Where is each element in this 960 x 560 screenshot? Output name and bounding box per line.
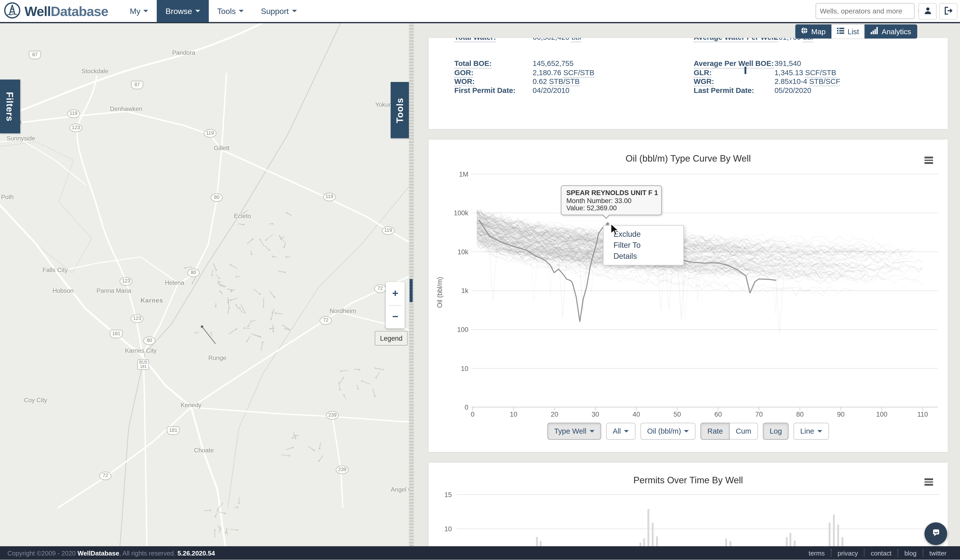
globe-icon bbox=[801, 27, 808, 36]
type-curve-chart-card: Oil (bbl/m) Type Curve By Well 1M100k10k… bbox=[429, 139, 948, 452]
type-curve-plot[interactable]: 1M100k10k1k10010001020304050607080901001… bbox=[429, 139, 948, 452]
stat-value: 201,709 bbl bbox=[774, 38, 813, 42]
map-place-label: Hobson bbox=[53, 287, 74, 294]
global-search bbox=[816, 3, 915, 19]
wells-filter-dropdown[interactable]: All bbox=[606, 423, 635, 440]
twitter-link[interactable]: twitter bbox=[923, 549, 953, 557]
stat-value: 145,652,755 bbox=[533, 59, 573, 68]
chat-widget-button[interactable] bbox=[925, 522, 947, 545]
map-place-label: Karnes bbox=[141, 297, 163, 304]
terms-link[interactable]: terms bbox=[803, 549, 831, 557]
context-menu-item-details[interactable]: Details bbox=[604, 251, 683, 262]
svg-text:90: 90 bbox=[837, 411, 845, 418]
tools-panel-tab[interactable]: Tools bbox=[390, 82, 409, 138]
zoom-in-button[interactable]: + bbox=[386, 282, 405, 305]
stat-row: Total BOE:145,652,755 bbox=[454, 59, 594, 68]
map-place-label: Sunnyside bbox=[6, 135, 35, 142]
tab-map[interactable]: Map bbox=[795, 24, 832, 38]
stat-row: Average Water Per Well:201,709 bbl bbox=[694, 38, 840, 42]
permit-bar bbox=[652, 523, 653, 546]
road-shield: 119 bbox=[67, 109, 80, 118]
user-account-button[interactable] bbox=[918, 3, 936, 19]
line-style-dropdown[interactable]: Line bbox=[794, 423, 829, 440]
permit-bar bbox=[725, 539, 727, 546]
type-well-dropdown[interactable]: Type Well bbox=[547, 423, 601, 440]
chevron-down-icon bbox=[195, 10, 200, 12]
rate-button[interactable]: Rate bbox=[701, 423, 730, 440]
svg-text:20: 20 bbox=[551, 411, 558, 418]
svg-text:70: 70 bbox=[755, 411, 763, 418]
pane-splitter[interactable] bbox=[409, 22, 414, 546]
brand-logo[interactable]: WellDatabase bbox=[4, 2, 108, 21]
log-scale-button[interactable]: Log bbox=[763, 423, 789, 440]
map-canvas[interactable]: 87PandoraStockdale87YokumDenhawken119Wil… bbox=[0, 22, 409, 546]
menu-item-browse[interactable]: Browse bbox=[157, 0, 209, 22]
contact-link[interactable]: contact bbox=[864, 549, 898, 557]
map-place-label: Choate bbox=[194, 447, 214, 453]
stat-row: GOR:2,180.76 SCF/STB bbox=[454, 68, 594, 77]
svg-text:10: 10 bbox=[461, 365, 469, 372]
permit-bar bbox=[648, 509, 649, 546]
map-place-label: Falls City bbox=[43, 266, 68, 273]
map-place-label: Helena bbox=[165, 279, 184, 286]
menu-item-support[interactable]: Support bbox=[252, 0, 305, 22]
stat-row: GLR:1,345.13 SCF/STB bbox=[694, 68, 840, 77]
splitter-handle[interactable] bbox=[410, 279, 413, 302]
stat-value: 04/20/2010 bbox=[533, 86, 570, 95]
cum-button[interactable]: Cum bbox=[730, 423, 758, 440]
blog-link[interactable]: blog bbox=[898, 549, 923, 557]
svg-text:10: 10 bbox=[444, 525, 452, 533]
svg-text:15: 15 bbox=[444, 491, 452, 499]
stat-row: Total Water:66,562,420 bbl bbox=[454, 38, 594, 42]
permits-chart-card: Permits Over Time By Well 1510 bbox=[429, 462, 948, 546]
context-menu-item-filter-to[interactable]: Filter To bbox=[604, 240, 683, 251]
stat-label: WOR: bbox=[454, 77, 533, 86]
menu-item-tools[interactable]: Tools bbox=[208, 0, 252, 22]
zoom-out-button[interactable]: − bbox=[386, 305, 405, 329]
map-place-label: Angel City bbox=[391, 486, 409, 493]
permit-bar bbox=[656, 536, 658, 546]
svg-text:100k: 100k bbox=[454, 209, 469, 217]
legend-button[interactable]: Legend bbox=[375, 331, 408, 346]
map-place-label: Runge bbox=[208, 354, 226, 361]
chevron-down-icon bbox=[292, 10, 297, 12]
stat-label: Total Water: bbox=[454, 38, 533, 42]
chevron-down-icon bbox=[817, 430, 822, 432]
search-input[interactable] bbox=[816, 7, 918, 14]
tab-list[interactable]: List bbox=[832, 24, 865, 38]
footer: Copyright ©2009 - 2020 WellDatabase, All… bbox=[0, 546, 960, 560]
copyright-text: Copyright ©2009 - 2020 WellDatabase, All… bbox=[7, 549, 215, 557]
road-shield: BUS181 bbox=[137, 359, 149, 370]
stat-value: 2.85x10-4 STB/SCF bbox=[774, 77, 840, 87]
selected-well-symbol bbox=[201, 325, 216, 344]
privacy-link[interactable]: privacy bbox=[831, 549, 864, 557]
svg-text:60: 60 bbox=[714, 411, 722, 418]
road-shield: 72 bbox=[99, 472, 112, 480]
sign-out-button[interactable] bbox=[939, 3, 957, 19]
stat-value: 05/20/2020 bbox=[774, 86, 811, 95]
brand-text: WellDatabase bbox=[24, 4, 108, 20]
chart-tooltip: SPEAR REYNOLDS UNIT F 1 Month Number: 33… bbox=[561, 185, 662, 215]
road-shield: 72 bbox=[320, 316, 332, 325]
menu-item-my[interactable]: My bbox=[121, 0, 157, 22]
road-shield: 80 bbox=[143, 337, 155, 345]
stats-right-column: Average Water Per Well:201,709 bblAverag… bbox=[694, 38, 840, 96]
main-menu: My Browse Tools Support bbox=[121, 0, 305, 22]
map-place-label: Pandora bbox=[172, 49, 195, 56]
svg-text:40: 40 bbox=[632, 411, 640, 418]
footer-links: terms privacy contact blog twitter bbox=[803, 549, 953, 557]
stat-row: WGR:2.85x10-4 STB/SCF bbox=[694, 77, 840, 86]
filters-panel-tab[interactable]: Filters bbox=[0, 80, 20, 133]
road-shield: 80 bbox=[211, 193, 223, 202]
product-dropdown[interactable]: Oil (bbl/m) bbox=[640, 423, 696, 440]
permits-plot[interactable]: 1510 bbox=[429, 462, 948, 546]
tab-analytics[interactable]: Analytics bbox=[865, 24, 917, 38]
permit-bar bbox=[829, 523, 830, 546]
navbar: WellDatabase My Browse Tools Support bbox=[0, 0, 960, 23]
road-shield: 119 bbox=[204, 129, 216, 138]
user-icon bbox=[923, 6, 931, 17]
road-shield: 181 bbox=[167, 426, 180, 435]
stat-value: 2,180.76 SCF/STB bbox=[533, 68, 595, 77]
stat-label: First Permit Date: bbox=[454, 86, 533, 96]
stat-value: 66,562,420 bbl bbox=[533, 38, 581, 42]
